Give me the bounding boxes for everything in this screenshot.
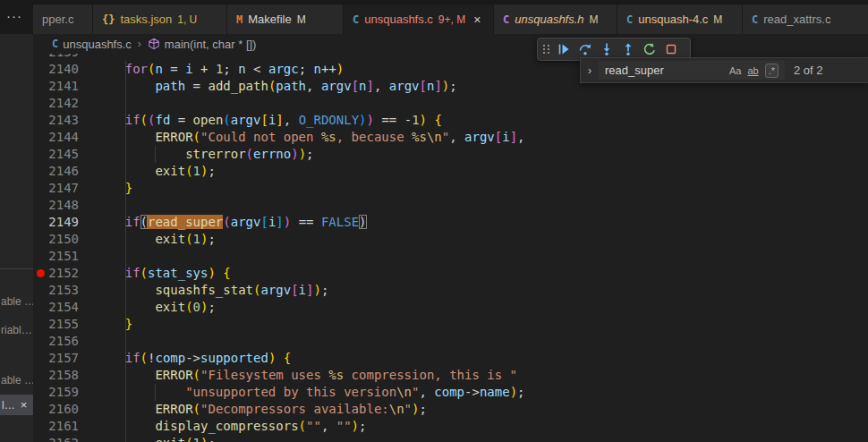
- vscode-window: ··· able …riabl…able … l… × pper.c{}task…: [0, 0, 868, 442]
- find-toggles: Aaab.*: [729, 64, 785, 77]
- tab-unsquashfs-h[interactable]: Cunsquashfs.hM: [494, 4, 617, 34]
- code-line-2160[interactable]: 2160 ERROR("Decompressors available:\n")…: [33, 401, 868, 418]
- code-line-2156[interactable]: 2156: [33, 333, 868, 350]
- code-text[interactable]: display_compressors("", "");: [95, 418, 366, 435]
- line-number[interactable]: 2155: [33, 316, 79, 333]
- code-line-2162[interactable]: 2162 exit(1);: [33, 435, 868, 442]
- line-number[interactable]: 2159: [33, 384, 79, 401]
- line-number[interactable]: 2143: [33, 112, 79, 129]
- breadcrumb-symbol[interactable]: main(int, char * []): [165, 38, 257, 51]
- close-icon[interactable]: ×: [21, 398, 28, 412]
- line-number[interactable]: 2148: [33, 197, 79, 214]
- continue-button[interactable]: [553, 38, 574, 60]
- code-text[interactable]: ERROR("Could not open %s, because %s\n",…: [95, 129, 525, 146]
- code-text[interactable]: squashfs_stat(argv[i]);: [95, 282, 328, 299]
- code-line-2153[interactable]: 2153 squashfs_stat(argv[i]);: [33, 282, 868, 299]
- truncated-tab[interactable]: l… ×: [0, 395, 33, 415]
- code-text[interactable]: if(read_super(argv[i]) == FALSE): [95, 214, 367, 231]
- code-text[interactable]: exit(1);: [95, 231, 216, 248]
- tab-unsquashfs-c[interactable]: Cunsquashfs.c9+, M×: [344, 4, 493, 34]
- step-over-icon: [578, 42, 592, 56]
- toggle-replace-chevron-icon[interactable]: ›: [581, 64, 599, 77]
- file-type-icon: C: [626, 13, 633, 26]
- code-line-2159[interactable]: 2159 "unsupported by this version\n", co…: [33, 384, 868, 401]
- code-text[interactable]: exit(1);: [95, 163, 216, 180]
- breadcrumb[interactable]: C unsquashfs.c › main(int, char * []): [33, 34, 868, 54]
- line-number[interactable]: 2140: [33, 61, 79, 78]
- code-text[interactable]: for(n = i + 1; n < argc; n++): [95, 61, 344, 78]
- find-input[interactable]: read_super Aaab.*: [599, 61, 785, 80]
- code-line-2143[interactable]: 2143 if((fd = open(argv[i], O_RDONLY)) =…: [33, 112, 868, 129]
- regex-toggle[interactable]: .*: [765, 64, 779, 78]
- c-file-icon: C: [52, 38, 58, 50]
- tab-decoration: M: [590, 13, 599, 26]
- line-number[interactable]: 2145: [33, 146, 79, 163]
- line-number[interactable]: 2162: [33, 435, 79, 442]
- code-line-2150[interactable]: 2150 exit(1);: [33, 231, 868, 248]
- continue-icon: [557, 42, 571, 56]
- code-text[interactable]: path = add_path(path, argv[n], argv[n]);: [95, 78, 457, 95]
- line-number[interactable]: 2158: [33, 367, 79, 384]
- line-number[interactable]: 2141: [33, 78, 79, 95]
- step-into-icon: [600, 42, 614, 56]
- line-number[interactable]: 2146: [33, 163, 79, 180]
- tab-label: Makefile: [248, 13, 291, 26]
- whole-word-toggle[interactable]: ab: [747, 65, 758, 76]
- code-line-2147[interactable]: 2147 }: [33, 180, 868, 197]
- code-text[interactable]: }: [95, 316, 132, 333]
- line-number[interactable]: 2160: [33, 401, 79, 418]
- code-text[interactable]: ERROR("Filesystem uses %s compression, t…: [95, 367, 517, 384]
- line-number[interactable]: 2161: [33, 418, 79, 435]
- line-number[interactable]: 2152: [33, 265, 79, 282]
- tab-makefile[interactable]: MMakefileM: [227, 4, 343, 34]
- tab-label: unsquash-4.c: [638, 13, 708, 26]
- code-line-2146[interactable]: 2146 exit(1);: [33, 163, 868, 180]
- code-line-2149[interactable]: 2149 if(read_super(argv[i]) == FALSE): [33, 214, 868, 231]
- code-line-2151[interactable]: 2151: [33, 248, 868, 265]
- line-number[interactable]: 2154: [33, 299, 79, 316]
- code-text[interactable]: }: [95, 180, 132, 197]
- code-text[interactable]: ERROR("Decompressors available:\n");: [95, 401, 427, 418]
- tab-tasks-json[interactable]: {}tasks.json1, U: [93, 4, 226, 34]
- code-line-2157[interactable]: 2157 if(!comp->supported) {: [33, 350, 868, 367]
- code-text[interactable]: if(!comp->supported) {: [95, 350, 291, 367]
- match-case-toggle[interactable]: Aa: [729, 65, 741, 76]
- code-text[interactable]: exit(1);: [95, 435, 216, 442]
- indent-guide: [125, 95, 126, 112]
- line-number[interactable]: 2144: [33, 129, 79, 146]
- close-icon[interactable]: ×: [473, 13, 481, 27]
- drag-handle-icon[interactable]: [543, 45, 549, 54]
- code-line-2144[interactable]: 2144 ERROR("Could not open %s, because %…: [33, 129, 868, 146]
- code-line-2154[interactable]: 2154 exit(0);: [33, 299, 868, 316]
- tab-read-xattrs-c[interactable]: Cread_xattrs.c: [743, 4, 868, 34]
- code-line-2145[interactable]: 2145 strerror(errno));: [33, 146, 868, 163]
- line-number[interactable]: 2151: [33, 248, 79, 265]
- line-number[interactable]: 2142: [33, 95, 79, 112]
- code-line-2158[interactable]: 2158 ERROR("Filesystem uses %s compressi…: [33, 367, 868, 384]
- code-text[interactable]: exit(0);: [95, 299, 216, 316]
- code-text[interactable]: strerror(errno));: [95, 146, 314, 163]
- tab-pper-c[interactable]: pper.c: [33, 4, 92, 34]
- line-number[interactable]: 2157: [33, 350, 79, 367]
- file-type-icon: C: [752, 13, 758, 26]
- truncated-label: riabl…: [1, 324, 32, 336]
- code-text[interactable]: if((fd = open(argv[i], O_RDONLY)) == -1)…: [95, 112, 442, 129]
- overflow-menu-icon[interactable]: ···: [6, 8, 22, 23]
- line-number[interactable]: 2149: [33, 214, 79, 231]
- line-number[interactable]: 2153: [33, 282, 79, 299]
- tab-unsquash-4-c[interactable]: Cunsquash-4.cM: [617, 4, 742, 34]
- line-number[interactable]: 2147: [33, 180, 79, 197]
- code-line-2161[interactable]: 2161 display_compressors("", "");: [33, 418, 868, 435]
- code-line-2142[interactable]: 2142: [33, 95, 868, 112]
- code-text[interactable]: if(stat_sys) {: [95, 265, 231, 282]
- line-number[interactable]: 2156: [33, 333, 79, 350]
- code-line-2152[interactable]: 2152 if(stat_sys) {: [33, 265, 868, 282]
- code-line-2148[interactable]: 2148: [33, 197, 868, 214]
- line-number[interactable]: 2150: [33, 231, 79, 248]
- code-line-2155[interactable]: 2155 }: [33, 316, 868, 333]
- editor-group: pper.c{}tasks.json1, UMMakefileMCunsquas…: [33, 0, 868, 442]
- breadcrumb-file[interactable]: unsquashfs.c: [63, 38, 132, 51]
- find-query-text[interactable]: read_super: [599, 64, 729, 77]
- code-text[interactable]: "unsupported by this version\n", comp->n…: [95, 384, 525, 401]
- tab-label: read_xattrs.c: [763, 13, 830, 26]
